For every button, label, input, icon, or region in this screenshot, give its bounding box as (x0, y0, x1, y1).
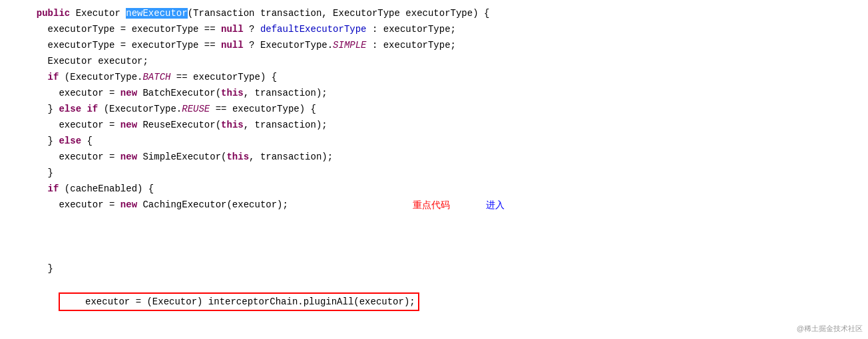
code-line: executorType = executorType == null ? de… (0, 21, 868, 37)
line-content: } (20, 165, 868, 181)
keyword: null (221, 24, 244, 35)
keyword: new (120, 199, 137, 210)
watermark: @稀土掘金技术社区 (797, 324, 863, 334)
line-content: if (ExecutorType.BATCH == executorType) … (20, 69, 868, 85)
line-content: } (20, 261, 868, 277)
keyword: new (120, 120, 137, 130)
code-line-annotation: 拦截器链是我们加载配置文件的时候看过的 (0, 324, 868, 339)
line-content: if (cacheEnabled) { (20, 181, 868, 197)
code-line: } else if (ExecutorType.REUSE == executo… (0, 101, 868, 117)
code-line: executor = new CachingExecutor(executor)… (0, 197, 868, 261)
line-content: executorType = executorType == null ? Ex… (20, 37, 868, 53)
line-content: public Executor newExecutor(Transaction … (20, 5, 868, 21)
code-line: } else { (0, 133, 868, 149)
method-name-highlight: newExecutor (126, 8, 187, 19)
line-content: } else { (20, 133, 868, 149)
code-line: executor = new ReuseExecutor(this, trans… (0, 117, 868, 133)
line-content: Executor executor; (20, 53, 868, 69)
code-line: public Executor newExecutor(Transaction … (0, 5, 868, 21)
code-line: } (0, 261, 868, 277)
boxed-code: executor = (Executor) interceptorChain.p… (59, 292, 419, 311)
code-line: executor = new BatchExecutor(this, trans… (0, 85, 868, 101)
line-content: executorType = executorType == null ? de… (20, 21, 868, 37)
line-content: executor = new SimpleExecutor(this, tran… (20, 149, 868, 165)
keyword: this (226, 152, 249, 162)
keyword: new (120, 88, 137, 98)
keyword: else if (59, 104, 98, 114)
field-ref: defaultExecutorType (260, 24, 367, 35)
code-line: if (ExecutorType.BATCH == executorType) … (0, 69, 868, 85)
line-content: executor = new ReuseExecutor(this, trans… (20, 117, 868, 133)
keyword: else (59, 136, 81, 146)
keyword: this (221, 120, 244, 130)
enum-value: SIMPLE (333, 40, 366, 51)
keyword: new (120, 152, 137, 162)
enum-value: REUSE (182, 104, 210, 114)
code-line: executorType = executorType == null ? Ex… (0, 37, 868, 53)
keyword: public (37, 8, 70, 19)
annotation-jinru: 进入 (486, 197, 505, 213)
line-content: executor = new CachingExecutor(executor)… (20, 197, 868, 261)
enum-value: BATCH (142, 72, 170, 82)
keyword: this (221, 88, 244, 98)
code-line: executor = new SimpleExecutor(this, tran… (0, 149, 868, 165)
keyword: if (48, 72, 59, 82)
annotation-zhongdian: 重点代码 (413, 197, 450, 213)
keyword: if (48, 183, 59, 194)
code-line-boxed: executor = (Executor) interceptorChain.p… (0, 277, 868, 327)
line-content: executor = (Executor) interceptorChain.p… (20, 277, 868, 327)
line-content: executor = new BatchExecutor(this, trans… (20, 85, 868, 101)
line-content: } else if (ExecutorType.REUSE == executo… (20, 101, 868, 117)
code-line: } (0, 165, 868, 181)
code-line: Executor executor; (0, 53, 868, 69)
code-line: if (cacheEnabled) { (0, 181, 868, 197)
code-container: public Executor newExecutor(Transaction … (0, 0, 868, 339)
keyword: null (221, 40, 244, 51)
line-content: 拦截器链是我们加载配置文件的时候看过的 (20, 324, 868, 339)
